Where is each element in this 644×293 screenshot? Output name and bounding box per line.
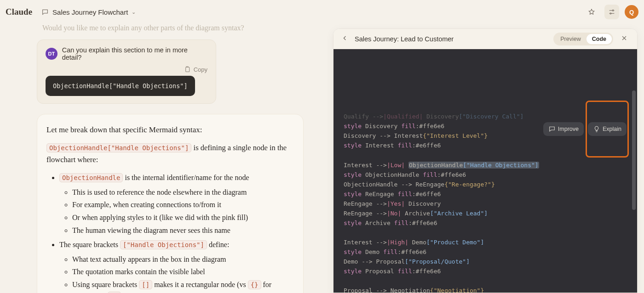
b2-last-pre: Using square brackets (72, 281, 139, 288)
assistant-intro: Let me break down that specific Mermaid … (46, 125, 289, 135)
bullet-1: ObjectionHandle is the internal identifi… (59, 172, 289, 236)
clipboard-icon (184, 66, 191, 73)
code-line[interactable] (344, 276, 627, 286)
back-button[interactable] (340, 34, 350, 44)
b2-post: define: (209, 241, 229, 248)
assistant-lead: ObjectionHandle["Handle Objections"] is … (46, 142, 289, 165)
prev-assistant-line: Would you like me to explain any other p… (42, 24, 322, 32)
close-panel-button[interactable] (618, 33, 631, 45)
improve-button[interactable]: Improve (543, 122, 584, 136)
panel-title: Sales Journey: Lead to Customer (355, 35, 454, 43)
code-line[interactable]: Demo --> Proposal["Proposal/Quote"] (344, 257, 627, 266)
selection-actions: Improve Explain (543, 101, 629, 158)
chat-bubble-icon (548, 125, 556, 133)
close-icon (621, 34, 628, 42)
bullet-2: The square brackets ["Handle Objections"… (59, 239, 289, 293)
seg-code[interactable]: Code (586, 34, 612, 44)
code-line[interactable]: ObjectionHandle --> ReEngage{"Re-engage?… (344, 180, 627, 189)
code-def: ObjectionHandle["Handle Objections"] (46, 143, 191, 152)
conversation-column: Would you like me to explain any other p… (0, 0, 334, 293)
b1-sub-1: For example, when creating connections t… (72, 199, 289, 211)
scrollbar[interactable] (632, 90, 636, 210)
b2-pre: The square brackets (59, 241, 120, 248)
preview-code-toggle[interactable]: Preview Code (553, 33, 613, 45)
code-line[interactable]: ReEngage -->|Yes| Discovery (344, 199, 627, 208)
user-message: DT Can you explain this section to me in… (37, 39, 216, 104)
b2-sub-2: Using square brackets [] makes it a rect… (72, 279, 289, 293)
svg-rect-2 (185, 67, 189, 72)
code-line[interactable]: style Proposal fill:#ffe6e6 (344, 266, 627, 276)
b1-sub-0: This is used to reference the node elsew… (72, 186, 289, 198)
code-line[interactable]: ReEngage -->|No| Archive["Archive Lead"] (344, 208, 627, 218)
code-line[interactable]: style ReEngage fill:#e6ffe6 (344, 189, 627, 199)
seg-preview[interactable]: Preview (555, 34, 586, 44)
code-line[interactable] (344, 228, 627, 237)
code-panel: Sales Journey: Lead to Customer Preview … (333, 28, 638, 293)
user-msg-avatar: DT (46, 48, 58, 60)
b2-c2: {} (248, 280, 261, 289)
assistant-message: Let me break down that specific Mermaid … (37, 114, 304, 293)
explain-label: Explain (603, 124, 621, 134)
code-line[interactable]: Interest -->|Low| ObjectionHandle["Handl… (344, 160, 627, 170)
copy-button[interactable]: Copy (46, 66, 207, 73)
b1-sub-2: Or when applying styles to it (like we d… (72, 212, 289, 224)
user-code-block: ObjectionHandle["Handle Objections"] (46, 76, 195, 96)
code-area[interactable]: Improve Explain Qualify -->|Qualified| D… (334, 49, 637, 293)
code-line[interactable]: Interest -->|High| Demo["Product Demo"] (344, 237, 627, 247)
workspace: Would you like me to explain any other p… (0, 0, 644, 293)
improve-label: Improve (558, 124, 579, 134)
arrow-left-icon (341, 34, 349, 42)
code-line[interactable]: Proposal --> Negotiation{"Negotiation"} (344, 286, 627, 293)
b2-last-mid: makes it a rectangular node (vs (154, 281, 247, 288)
b1-code: ObjectionHandle (59, 173, 123, 182)
explain-highlight-box: Explain (586, 101, 629, 158)
code-line[interactable]: style Archive fill:#ffe6e6 (344, 218, 627, 228)
panel-header: Sales Journey: Lead to Customer Preview … (334, 29, 637, 49)
lightbulb-icon (593, 125, 600, 133)
copy-label: Copy (194, 66, 207, 73)
code-line[interactable]: style ObjectionHandle fill:#ffe6e6 (344, 170, 627, 180)
b2-c1: [] (139, 280, 152, 289)
code-line[interactable]: style Demo fill:#ffe6e6 (344, 247, 627, 257)
b2-sub-0: What text actually appears in the box in… (72, 254, 289, 265)
b1-tail: is the internal identifier/name for the … (125, 174, 249, 181)
b2-code: ["Handle Objections"] (120, 240, 207, 249)
b1-sub-3: The human viewing the diagram never sees… (72, 225, 289, 237)
explain-button[interactable]: Explain (588, 122, 627, 136)
code-line[interactable]: Qualify -->|Qualified| Discovery["Discov… (344, 112, 627, 121)
user-msg-text: Can you explain this section to me in mo… (62, 46, 207, 61)
b2-sub-1: The quotation marks contain the visible … (72, 266, 289, 278)
